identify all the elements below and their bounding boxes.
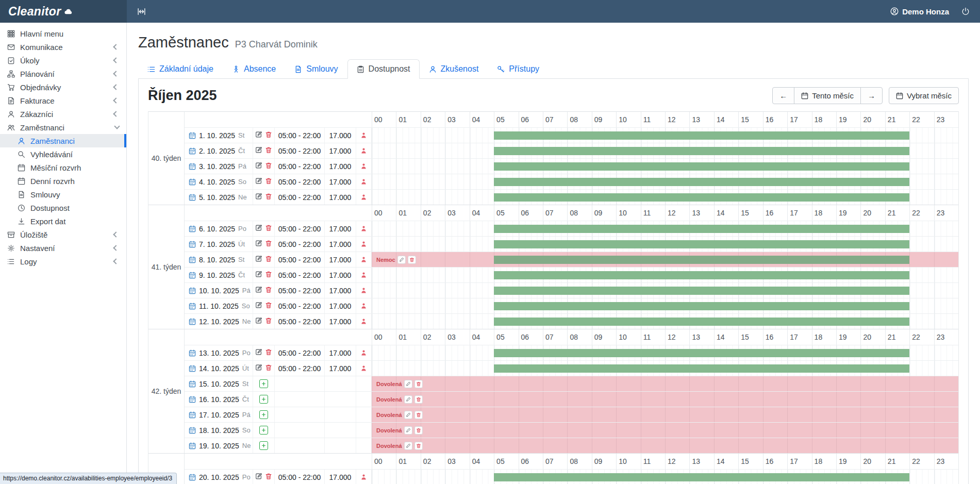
calendar-icon[interactable]	[189, 365, 196, 372]
edit-icon[interactable]	[255, 131, 262, 140]
person-icon[interactable]	[360, 474, 367, 480]
calendar-icon[interactable]	[189, 147, 196, 155]
edit-icon[interactable]	[255, 162, 262, 171]
edit-icon[interactable]	[255, 255, 262, 264]
availability-bar[interactable]	[494, 178, 909, 186]
sidebar-item-zamestnanci[interactable]: Zaměstnanci	[0, 121, 126, 134]
calendar-icon[interactable]	[189, 380, 196, 388]
person-icon[interactable]	[360, 303, 367, 309]
person-icon[interactable]	[360, 132, 367, 139]
tab-dostupnost[interactable]: Dostupnost	[347, 59, 420, 79]
availability-bar[interactable]	[494, 349, 909, 357]
sidebar-item-hlavni-menu[interactable]: Hlavní menu	[0, 27, 126, 40]
trash-icon[interactable]	[265, 162, 272, 171]
availability-bar[interactable]	[494, 162, 909, 171]
trash-icon[interactable]	[265, 240, 272, 249]
availability-bar[interactable]	[494, 256, 909, 264]
add-availability-button[interactable]	[259, 410, 268, 419]
sidebar-item-zakaznici[interactable]: Zákazníci	[0, 107, 126, 121]
power-icon[interactable]	[961, 7, 970, 15]
sidebar-item-zamestnanci[interactable]: Zaměstnanci	[0, 134, 126, 147]
calendar-icon[interactable]	[189, 225, 196, 232]
calendar-icon[interactable]	[189, 194, 196, 201]
person-icon[interactable]	[360, 272, 367, 278]
calendar-icon[interactable]	[189, 287, 196, 294]
sidebar-item-export-dat[interactable]: Export dat	[0, 214, 126, 228]
availability-bar[interactable]	[494, 364, 909, 373]
calendar-icon[interactable]	[189, 396, 196, 403]
availability-bar[interactable]	[494, 302, 909, 310]
trash-icon[interactable]	[414, 380, 423, 388]
person-icon[interactable]	[360, 256, 367, 263]
sidebar-item-smlouvy[interactable]: Smlouvy	[0, 188, 126, 201]
add-availability-button[interactable]	[259, 379, 268, 388]
availability-bar[interactable]	[494, 147, 909, 155]
edit-icon[interactable]	[255, 224, 262, 233]
sidebar-item-denni-rozvrh[interactable]: Denní rozvrh	[0, 174, 126, 188]
sidebar-item-logy[interactable]: Logy	[0, 255, 126, 268]
edit-icon[interactable]	[404, 426, 412, 435]
prev-month-button[interactable]: ←	[772, 87, 794, 104]
edit-icon[interactable]	[255, 146, 262, 156]
trash-icon[interactable]	[265, 302, 272, 311]
calendar-icon[interactable]	[189, 474, 196, 481]
pick-month-button[interactable]: Vybrat měsíc	[889, 87, 959, 104]
trash-icon[interactable]	[408, 256, 416, 264]
this-month-button[interactable]: Tento měsíc	[794, 87, 861, 104]
availability-bar[interactable]	[494, 287, 909, 295]
sidebar-item-vyhledavani[interactable]: Vyhledávání	[0, 147, 126, 161]
sidebar-item-fakturace[interactable]: Fakturace	[0, 94, 126, 107]
trash-icon[interactable]	[414, 426, 423, 435]
calendar-icon[interactable]	[189, 303, 196, 310]
calendar-icon[interactable]	[189, 349, 196, 357]
calendar-icon[interactable]	[189, 256, 196, 263]
calendar-icon[interactable]	[189, 132, 196, 139]
calendar-icon[interactable]	[189, 318, 196, 325]
person-icon[interactable]	[360, 147, 367, 154]
tab-smlouvy[interactable]: Smlouvy	[285, 59, 347, 79]
person-icon[interactable]	[360, 163, 367, 170]
edit-icon[interactable]	[404, 442, 412, 450]
person-icon[interactable]	[360, 178, 367, 185]
availability-bar[interactable]	[494, 131, 909, 140]
person-icon[interactable]	[360, 194, 367, 201]
sidebar-item-mesicni-rozvrh[interactable]: Měsíční rozvrh	[0, 161, 126, 174]
tab-zakladni-udaje[interactable]: Základní údaje	[138, 59, 223, 79]
calendar-icon[interactable]	[189, 272, 196, 279]
edit-icon[interactable]	[255, 317, 262, 326]
edit-icon[interactable]	[255, 348, 262, 358]
edit-icon[interactable]	[255, 193, 262, 202]
trash-icon[interactable]	[265, 364, 272, 373]
availability-bar[interactable]	[494, 240, 909, 248]
trash-icon[interactable]	[414, 442, 423, 450]
availability-bar[interactable]	[494, 473, 909, 481]
edit-icon[interactable]	[255, 240, 262, 249]
trash-icon[interactable]	[265, 224, 272, 233]
edit-icon[interactable]	[397, 256, 406, 264]
edit-icon[interactable]	[255, 302, 262, 311]
person-icon[interactable]	[360, 349, 367, 356]
add-availability-button[interactable]	[259, 441, 268, 450]
edit-icon[interactable]	[255, 473, 262, 482]
sidebar-item-objednavky[interactable]: Objednávky	[0, 80, 126, 94]
next-month-button[interactable]: →	[860, 87, 883, 104]
calendar-icon[interactable]	[189, 411, 196, 419]
calendar-icon[interactable]	[189, 163, 196, 170]
sidebar-item-uloziste[interactable]: Úložiště	[0, 228, 126, 241]
trash-icon[interactable]	[265, 317, 272, 326]
sidebar-item-nastaveni[interactable]: Nastavení	[0, 241, 126, 255]
tab-pristupy[interactable]: Přístupy	[488, 59, 549, 79]
edit-icon[interactable]	[255, 286, 262, 295]
availability-bar[interactable]	[494, 193, 909, 202]
calendar-icon[interactable]	[189, 442, 196, 449]
person-icon[interactable]	[360, 225, 367, 232]
trash-icon[interactable]	[265, 255, 272, 264]
tab-absence[interactable]: Absence	[223, 59, 285, 79]
trash-icon[interactable]	[265, 131, 272, 140]
trash-icon[interactable]	[265, 146, 272, 156]
trash-icon[interactable]	[265, 271, 272, 280]
add-availability-button[interactable]	[259, 395, 268, 404]
edit-icon[interactable]	[404, 380, 412, 388]
edit-icon[interactable]	[255, 271, 262, 280]
edit-icon[interactable]	[255, 177, 262, 187]
